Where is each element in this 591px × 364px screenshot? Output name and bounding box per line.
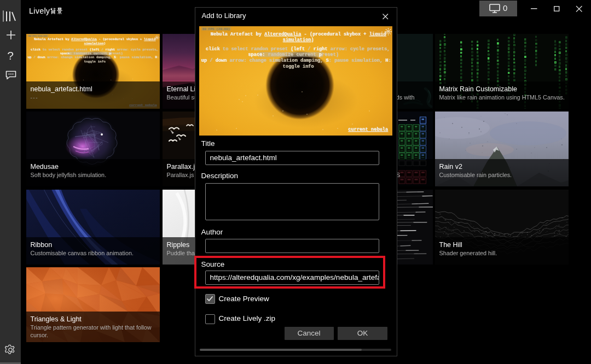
svg-text:click to select randon preset: click to select randon preset (left / ri…: [206, 46, 390, 52]
svg-text:space: randomize current prese: space: randomize current preset): [248, 52, 339, 57]
svg-text:60 FPS (29-60): 60 FPS (29-60): [28, 35, 48, 37]
svg-text:simulation): simulation): [283, 37, 314, 43]
svg-text:60 FPS (29-60): 60 FPS (29-60): [202, 27, 230, 31]
svg-text:click to select randon preset: click to select randon preset (left / ri…: [31, 48, 158, 51]
svg-text:up / down arrow: change simula: up / down arrow: change simulation dampi…: [201, 58, 391, 63]
svg-text:toggle info: toggle info: [84, 60, 106, 63]
svg-text:space: randomize current prese: space: randomize current preset): [60, 51, 123, 55]
svg-text:up / down arrow: change simula: up / down arrow: change simulation dampi…: [27, 56, 159, 60]
svg-text:Nebula Artefact by AlteredQual: Nebula Artefact by AlteredQualia - (proc…: [211, 32, 386, 37]
svg-text:current nebula: current nebula: [348, 127, 388, 132]
svg-text:Nebula Artefact by AlteredQual: Nebula Artefact by AlteredQualia - (proc…: [34, 37, 156, 41]
svg-text:simulation): simulation): [84, 42, 105, 45]
svg-text:toggle info: toggle info: [283, 64, 314, 69]
